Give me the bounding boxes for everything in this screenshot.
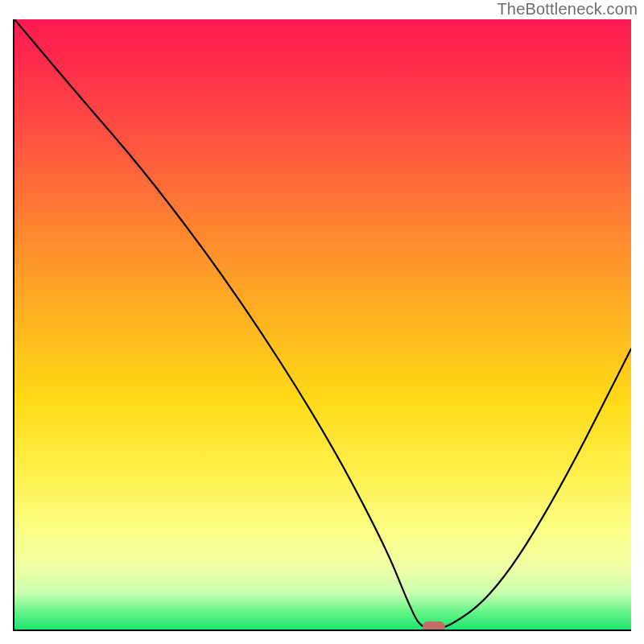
- optimum-marker: [423, 621, 445, 630]
- plot-area: [13, 19, 631, 631]
- bottleneck-curve: [14, 19, 631, 630]
- attribution-text: TheBottleneck.com: [497, 0, 638, 19]
- bottleneck-chart: TheBottleneck.com: [0, 0, 644, 644]
- curve-layer: [14, 19, 631, 630]
